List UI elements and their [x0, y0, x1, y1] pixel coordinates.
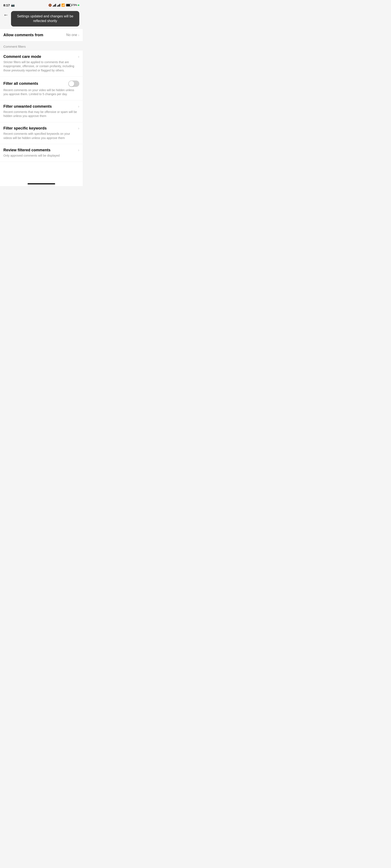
status-bar: 8:17 📷 🔕 📶 79%	[0, 0, 83, 9]
allow-comments-chevron-icon: ›	[78, 33, 79, 37]
camera-icon: 📷	[11, 3, 14, 7]
header: ← Settings updated and changes will be r…	[0, 9, 83, 29]
allow-comments-label: Allow comments from	[3, 33, 43, 37]
wifi-icon: 📶	[61, 3, 65, 7]
status-left: 8:17 📷	[3, 3, 14, 7]
filter-all-comments-item[interactable]: Filter all comments Recent comments on y…	[0, 77, 83, 100]
comment-filters-section-divider: Comment filters	[0, 41, 83, 51]
battery-icon	[66, 4, 71, 6]
filter-specific-keywords-item[interactable]: Filter specific keywords › Recent commen…	[0, 122, 83, 144]
comment-care-mode-item[interactable]: Comment care mode › Stricter filters wil…	[0, 51, 83, 77]
status-right: 🔕 📶 79%	[48, 3, 79, 7]
comment-care-mode-header: Comment care mode ›	[3, 55, 79, 59]
filter-all-comments-header: Filter all comments	[3, 81, 79, 87]
filter-unwanted-comments-header: Filter unwanted comments ›	[3, 104, 79, 109]
review-filtered-comments-item[interactable]: Review filtered comments › Only approved…	[0, 144, 83, 162]
allow-comments-current-value: No one	[66, 33, 77, 37]
filter-unwanted-comments-description: Recent comments that may be offensive or…	[3, 110, 79, 118]
review-filtered-comments-description: Only approved comments will be displayed	[3, 154, 79, 158]
comment-care-mode-chevron-icon: ›	[78, 55, 79, 59]
back-button[interactable]: ←	[3, 12, 8, 18]
filter-specific-keywords-description: Recent comments with specified keywords …	[3, 132, 79, 140]
review-filtered-comments-header: Review filtered comments ›	[3, 148, 79, 152]
filter-all-comments-description: Recent comments on your video will be hi…	[3, 88, 79, 96]
filter-all-comments-toggle[interactable]	[68, 81, 79, 87]
toast-notification: Settings updated and changes will be ref…	[11, 11, 79, 27]
time-display: 8:17	[3, 3, 10, 7]
filter-specific-keywords-chevron-icon: ›	[78, 126, 79, 130]
comment-care-mode-description: Stricter filters will be applied to comm…	[3, 60, 79, 73]
muted-icon: 🔕	[48, 4, 52, 7]
home-indicator	[28, 183, 55, 184]
filter-unwanted-comments-chevron-icon: ›	[78, 104, 79, 109]
comment-filters-section-title: Comment filters	[3, 45, 26, 48]
filter-all-comments-toggle-container[interactable]	[68, 81, 79, 87]
battery-percent: 79%	[72, 4, 77, 6]
bottom-spacer	[0, 162, 83, 179]
signal-icon-1	[53, 4, 56, 6]
allow-comments-row[interactable]: Allow comments from No one ›	[0, 29, 83, 41]
review-filtered-comments-title: Review filtered comments	[3, 148, 51, 152]
filter-unwanted-comments-item[interactable]: Filter unwanted comments › Recent commen…	[0, 100, 83, 122]
bottom-bar	[0, 179, 83, 186]
filter-specific-keywords-header: Filter specific keywords ›	[3, 126, 79, 130]
review-filtered-comments-chevron-icon: ›	[78, 148, 79, 152]
allow-comments-value[interactable]: No one ›	[66, 33, 79, 37]
comment-care-mode-title: Comment care mode	[3, 55, 41, 59]
filter-specific-keywords-title: Filter specific keywords	[3, 126, 47, 130]
filter-unwanted-comments-title: Filter unwanted comments	[3, 104, 52, 109]
settings-section: Comment care mode › Stricter filters wil…	[0, 51, 83, 162]
filter-all-comments-toggle-knob	[69, 81, 74, 87]
battery-container: 79%	[66, 4, 79, 6]
charging-dot	[78, 4, 79, 6]
filter-all-comments-title: Filter all comments	[3, 82, 38, 86]
signal-icon-2	[57, 4, 60, 6]
